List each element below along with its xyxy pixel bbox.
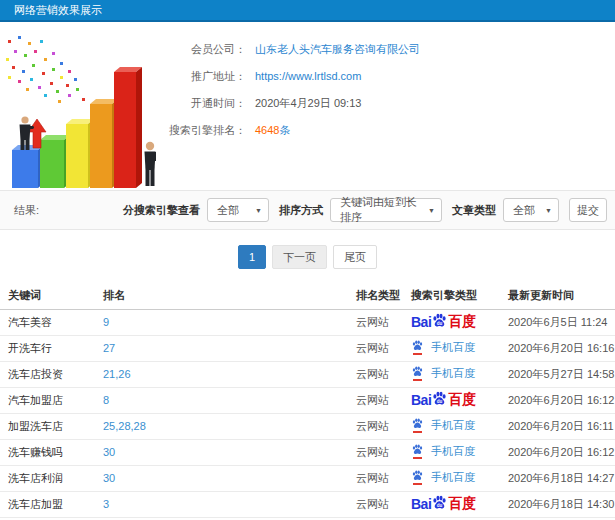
header-update-time: 最新更新时间 — [500, 282, 615, 309]
rank-cell: 30 — [95, 465, 348, 491]
mobile-baidu-logo: 手机百度 — [411, 417, 475, 433]
result-label: 结果: — [14, 203, 39, 218]
baidu-logo: Bai du 百度 — [411, 494, 476, 515]
bar-chart-illustration — [0, 28, 182, 188]
mobile-baidu-paw-icon — [411, 469, 425, 485]
baidu-logo-latin: Bai — [411, 392, 431, 408]
engine-cell: 手机百度 — [403, 413, 500, 439]
rank-type-cell: 云网站 — [348, 335, 403, 361]
company-link[interactable]: 山东老人头汽车服务咨询有限公司 — [255, 43, 420, 55]
svg-text:du: du — [437, 398, 443, 403]
rank-cell: 25,28,28 — [95, 413, 348, 439]
rank-type-cell: 云网站 — [348, 465, 403, 491]
update-time-cell: 2020年6月20日 16:12 — [500, 439, 615, 465]
svg-text:du: du — [437, 502, 443, 507]
rank-cell: 27 — [95, 335, 348, 361]
update-time-cell: 2020年6月20日 16:12 — [500, 387, 615, 413]
table-row: 加盟洗车店 25,28,28 云网站 手机百度 2020年6月20日 16:11 — [0, 413, 615, 439]
table-row: 开洗车行 27 云网站 手机百度 2020年6月20日 16:16 — [0, 335, 615, 361]
mobile-baidu-paw-icon — [411, 339, 425, 355]
article-type-label: 文章类型 — [452, 203, 496, 218]
mobile-baidu-logo: 手机百度 — [411, 339, 475, 355]
keyword-cell: 洗车店投资 — [0, 361, 95, 387]
open-time-value: 2020年4月29日 09:13 — [255, 97, 361, 109]
update-time-cell: 2020年6月20日 16:16 — [500, 335, 615, 361]
engine-cell: Bai du 百度 — [403, 491, 500, 517]
sort-filter-label: 排序方式 — [279, 203, 323, 218]
header-keyword: 关键词 — [0, 282, 95, 309]
sort-select[interactable]: 关键词由短到长排序 ▼ — [330, 198, 442, 222]
rank-count-value: 4648 — [255, 124, 279, 136]
engine-cell: Bai du 百度 — [403, 387, 500, 413]
engine-cell: Bai du 百度 — [403, 309, 500, 335]
rank-cell: 30 — [95, 439, 348, 465]
baidu-logo-cn: 百度 — [448, 391, 476, 409]
mobile-baidu-logo: 手机百度 — [411, 469, 475, 485]
rank-cell: 21,26 — [95, 361, 348, 387]
page-title: 网络营销效果展示 — [0, 0, 615, 22]
chevron-down-icon: ▼ — [428, 207, 435, 214]
baidu-paw-icon: du — [431, 312, 448, 329]
rank-type-cell: 云网站 — [348, 309, 403, 335]
table-row: 洗车店加盟 3 云网站 Bai du 百度 2020年6月18日 14:30 — [0, 491, 615, 517]
summary-section: 会员公司：山东老人头汽车服务咨询有限公司 推广地址：https://www.lr… — [0, 22, 615, 190]
svg-text:du: du — [437, 320, 443, 325]
keyword-cell: 汽车加盟店 — [0, 387, 95, 413]
baidu-logo-latin: Bai — [411, 314, 431, 330]
pagination: 1 下一页 尾页 — [0, 245, 615, 269]
filter-controls: 分搜索引擎查看 全部 ▼ 排序方式 关键词由短到长排序 ▼ 文章类型 全部 ▼ … — [113, 198, 607, 222]
update-time-cell: 2020年6月20日 16:11 — [500, 413, 615, 439]
page-1-button[interactable]: 1 — [238, 245, 266, 269]
confetti-dots — [6, 36, 85, 103]
rank-type-cell: 云网站 — [348, 413, 403, 439]
baidu-logo-cn: 百度 — [448, 495, 476, 513]
rank-cell: 3 — [95, 491, 348, 517]
keyword-cell: 洗车赚钱吗 — [0, 439, 95, 465]
rank-type-cell: 云网站 — [348, 387, 403, 413]
engine-select-value: 全部 — [217, 203, 247, 218]
submit-button[interactable]: 提交 — [569, 198, 607, 222]
table-row: 洗车赚钱吗 30 云网站 手机百度 2020年6月20日 16:12 — [0, 439, 615, 465]
engine-select[interactable]: 全部 ▼ — [207, 198, 269, 222]
update-time-cell: 2020年5月27日 14:58 — [500, 361, 615, 387]
keyword-cell: 加盟洗车店 — [0, 413, 95, 439]
rank-type-cell: 云网站 — [348, 439, 403, 465]
header-engine-type: 搜索引擎类型 — [403, 282, 500, 309]
next-page-button[interactable]: 下一页 — [272, 245, 327, 269]
engine-filter-label: 分搜索引擎查看 — [123, 203, 200, 218]
table-header-row: 关键词 排名 排名类型 搜索引擎类型 最新更新时间 — [0, 282, 615, 309]
engine-label: 手机百度 — [431, 418, 475, 433]
engine-cell: 手机百度 — [403, 439, 500, 465]
engine-label: 手机百度 — [431, 444, 475, 459]
keyword-rank-table: 关键词 排名 排名类型 搜索引擎类型 最新更新时间 汽车美容 9 云网站 Bai… — [0, 282, 615, 518]
baidu-paw-icon: du — [431, 390, 448, 407]
keyword-cell: 洗车店加盟 — [0, 491, 95, 517]
mobile-baidu-paw-icon — [411, 443, 425, 459]
mobile-baidu-logo: 手机百度 — [411, 443, 475, 459]
rank-cell: 8 — [95, 387, 348, 413]
update-time-cell: 2020年6月18日 14:30 — [500, 491, 615, 517]
engine-label: 手机百度 — [431, 366, 475, 381]
keyword-cell: 汽车美容 — [0, 309, 95, 335]
keyword-cell: 开洗车行 — [0, 335, 95, 361]
keyword-cell: 洗车店利润 — [0, 465, 95, 491]
rank-type-cell: 云网站 — [348, 491, 403, 517]
filter-bar: 结果: 分搜索引擎查看 全部 ▼ 排序方式 关键词由短到长排序 ▼ 文章类型 全… — [0, 190, 615, 230]
rank-type-cell: 云网站 — [348, 361, 403, 387]
baidu-logo-latin: Bai — [411, 496, 431, 512]
update-time-cell: 2020年6月18日 14:27 — [500, 465, 615, 491]
engine-label: 手机百度 — [431, 340, 475, 355]
table-row: 洗车店投资 21,26 云网站 手机百度 2020年5月27日 14:58 — [0, 361, 615, 387]
mobile-baidu-paw-icon — [411, 417, 425, 433]
update-time-cell: 2020年6月5日 11:24 — [500, 309, 615, 335]
businessman-right — [145, 142, 157, 186]
table-row: 汽车加盟店 8 云网站 Bai du 百度 2020年6月20日 16:12 — [0, 387, 615, 413]
rank-cell: 9 — [95, 309, 348, 335]
promotion-url-link[interactable]: https://www.lrtlsd.com — [255, 70, 361, 82]
article-type-select[interactable]: 全部 ▼ — [503, 198, 559, 222]
last-page-button[interactable]: 尾页 — [333, 245, 377, 269]
chevron-down-icon: ▼ — [255, 207, 262, 214]
engine-label: 手机百度 — [431, 470, 475, 485]
baidu-logo: Bai du 百度 — [411, 312, 476, 333]
table-row: 汽车美容 9 云网站 Bai du 百度 2020年6月5日 11:24 — [0, 309, 615, 335]
